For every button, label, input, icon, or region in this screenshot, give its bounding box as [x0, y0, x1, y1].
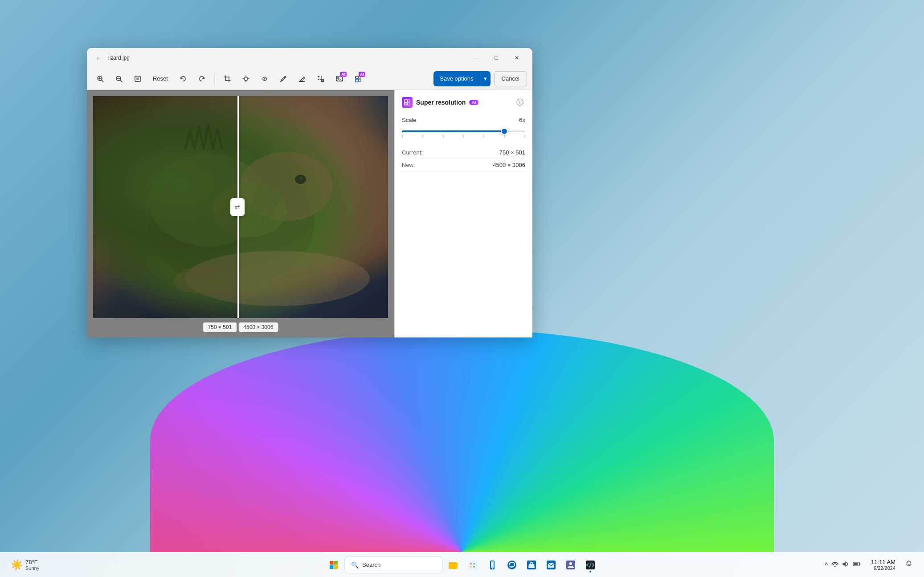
tick-6: [504, 135, 505, 138]
svg-rect-55: [491, 561, 494, 568]
taskbar-teams[interactable]: [562, 556, 580, 574]
cancel-button[interactable]: Cancel: [494, 71, 527, 86]
tick-2: [422, 135, 423, 138]
slider-thumb[interactable]: [501, 128, 508, 135]
ai-badge-1: AI: [340, 72, 347, 77]
phone-icon: [487, 560, 497, 570]
panel-title: Super resolution: [416, 99, 466, 106]
panel-title-group: Super resolution AI: [402, 97, 478, 108]
erase-button[interactable]: [294, 71, 310, 87]
taskbar-paint[interactable]: [464, 556, 482, 574]
mail-icon: [546, 560, 556, 570]
split-right-panel: [237, 96, 388, 318]
svg-rect-67: [854, 563, 858, 565]
taskbar-file-explorer[interactable]: [444, 556, 462, 574]
save-dropdown-button[interactable]: ▾: [480, 71, 491, 86]
paint-window: ← lizard.jpg ─ □ ✕: [87, 48, 532, 337]
svg-point-51: [473, 563, 475, 565]
clock-time: 11:11 AM: [871, 559, 895, 565]
svg-rect-43: [330, 561, 334, 565]
crop-button[interactable]: [219, 71, 235, 87]
main-content: ⇄ 750 × 501 4500 × 3006: [87, 90, 532, 337]
svg-point-9: [244, 77, 248, 81]
battery-icon: [851, 561, 862, 569]
panel-ai-badge: AI: [469, 100, 478, 105]
image-wrapper: ⇄: [93, 96, 388, 318]
exposure-button[interactable]: [238, 71, 254, 87]
maximize-button[interactable]: □: [486, 51, 507, 65]
notification-icon: [905, 561, 912, 568]
undo-button[interactable]: [175, 71, 191, 87]
svg-point-50: [470, 563, 472, 565]
scale-slider-container: [402, 128, 525, 138]
taskbar-mail[interactable]: [542, 556, 560, 574]
windows-logo-icon: [329, 561, 338, 569]
svg-point-62: [569, 562, 572, 565]
save-options-button[interactable]: Save options: [433, 71, 479, 86]
current-size-row: Current: 750 × 501: [402, 146, 525, 159]
volume-icon: [841, 561, 850, 569]
new-size-row: New: 4500 × 3006: [402, 159, 525, 171]
taskbar-right: ^: [820, 557, 917, 573]
taskbar-phone-link[interactable]: [483, 556, 501, 574]
svg-rect-48: [449, 562, 452, 564]
split-left-panel: [93, 96, 237, 318]
weather-widget[interactable]: ☀️ 78°F Sunny: [7, 557, 43, 573]
zoom-out-button[interactable]: [111, 71, 127, 87]
clock-widget[interactable]: 11:11 AM 6/22/2024: [867, 557, 899, 573]
paint-icon: [468, 560, 478, 570]
svg-rect-8: [136, 77, 139, 80]
ai-super-res-button[interactable]: AI: [350, 71, 366, 87]
file-explorer-icon: [448, 560, 458, 570]
redo-button[interactable]: [194, 71, 210, 87]
tick-4: [463, 135, 464, 138]
fit-button[interactable]: [130, 71, 146, 87]
taskbar-edge[interactable]: [503, 556, 521, 574]
taskbar-devtools[interactable]: [581, 556, 599, 574]
weather-desc: Sunny: [25, 565, 39, 571]
info-button[interactable]: ⓘ: [515, 97, 525, 108]
original-size-label: 750 × 501: [203, 322, 237, 332]
new-size-label: 4500 × 3006: [238, 322, 278, 332]
zoom-in-button[interactable]: [92, 71, 108, 87]
start-button[interactable]: [325, 556, 343, 574]
svg-point-15: [264, 78, 265, 79]
scale-value: 6x: [519, 117, 525, 123]
svg-line-16: [284, 77, 285, 78]
image-container: ⇄: [93, 96, 388, 318]
back-button[interactable]: ←: [92, 52, 105, 64]
search-text: Search: [362, 561, 380, 568]
tick-1: [402, 135, 403, 138]
taskbar-store[interactable]: [523, 556, 540, 574]
system-tray[interactable]: ^: [820, 559, 866, 571]
svg-rect-42: [405, 103, 407, 105]
ai-generative-button[interactable]: AI: [331, 71, 348, 87]
store-icon: [527, 560, 536, 570]
weather-info: 78°F Sunny: [25, 559, 39, 571]
slider-track[interactable]: [402, 130, 525, 132]
search-bar[interactable]: 🔍 Search: [344, 557, 442, 573]
svg-point-65: [834, 566, 836, 567]
reset-button[interactable]: Reset: [148, 71, 172, 87]
clock-date: 6/22/2024: [874, 565, 895, 571]
tray-chevron-icon: ^: [823, 561, 829, 569]
notification-button[interactable]: [901, 557, 917, 573]
taskbar-center: 🔍 Search: [325, 556, 599, 574]
minimize-button[interactable]: ─: [466, 51, 486, 65]
svg-point-52: [470, 566, 472, 568]
draw-button[interactable]: [275, 71, 291, 87]
new-value: 4500 × 3006: [493, 162, 525, 168]
close-button[interactable]: ✕: [507, 51, 527, 65]
current-label: Current:: [402, 149, 423, 156]
teams-icon: [566, 560, 576, 570]
tick-5: [483, 135, 484, 138]
scale-row: Scale 6x: [402, 117, 525, 123]
selection-button[interactable]: [313, 71, 329, 87]
split-handle[interactable]: ⇄: [230, 198, 245, 216]
current-value: 750 × 501: [499, 149, 525, 156]
svg-rect-18: [318, 76, 322, 80]
canvas-area: ⇄ 750 × 501 4500 × 3006: [87, 90, 394, 337]
taskbar: ☀️ 78°F Sunny 🔍 Search: [0, 552, 924, 577]
svg-rect-26: [359, 79, 361, 81]
spot-heal-button[interactable]: [257, 71, 273, 87]
